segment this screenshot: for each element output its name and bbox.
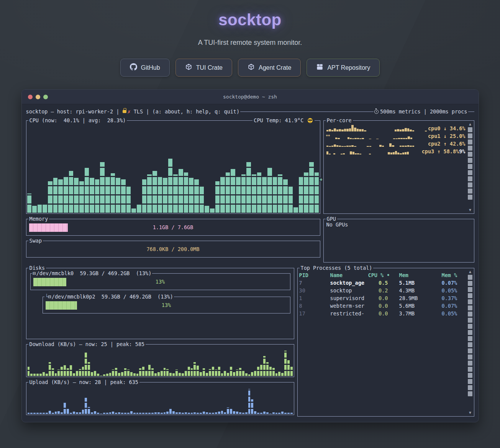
chart-bar xyxy=(200,413,202,414)
chart-bar xyxy=(148,413,151,414)
process-row-supervisord[interactable]: 1supervisord0.028.9MB0.37% xyxy=(299,295,466,303)
scrollbar-segment[interactable] xyxy=(468,354,472,359)
minimize-window-icon[interactable] xyxy=(36,95,40,99)
scroll-up-icon[interactable]: ▲ xyxy=(469,122,471,126)
scrollbar-segment[interactable] xyxy=(468,287,472,292)
chart-bar xyxy=(188,367,190,376)
scrollbar-segment[interactable] xyxy=(468,158,472,163)
scroll-down-icon[interactable]: ▼ xyxy=(469,411,471,415)
chart-bar xyxy=(339,129,341,131)
github-button[interactable]: GitHub xyxy=(120,59,170,77)
close-window-icon[interactable] xyxy=(28,95,33,99)
chart-bar xyxy=(254,411,256,414)
chart-bar xyxy=(94,370,96,376)
apt-repository-button[interactable]: APT Repository xyxy=(307,59,380,77)
chart-bar xyxy=(175,369,178,376)
col-header-cpu[interactable]: CPU % • xyxy=(368,272,398,280)
percore-label-cpu1: cpu1 ↓ 25.0% xyxy=(428,133,466,139)
processes-scrollbar[interactable]: ▲ ▼ xyxy=(468,270,473,415)
percore-scrollbar[interactable]: ▲ ▼ xyxy=(468,122,473,212)
col-header-mem-pct[interactable]: Mem % xyxy=(442,272,466,280)
window-controls xyxy=(28,95,48,99)
chart-bar xyxy=(203,412,205,414)
scrollbar-segment[interactable] xyxy=(468,281,472,286)
chart-bar xyxy=(121,413,123,414)
scrollbar-segment[interactable] xyxy=(468,139,472,144)
chart-bar xyxy=(379,145,382,147)
scrollbar-segment[interactable] xyxy=(468,189,472,194)
disks-panel: Disks ⊟/dev/mmcblk0 59.3GB / 469.2GB (13… xyxy=(26,268,294,339)
scrollbar-segment[interactable] xyxy=(468,385,472,390)
chart-bar xyxy=(299,176,303,213)
chart-bar xyxy=(334,144,336,147)
process-row-restricted-[interactable]: 17restricted-0.03.7MB0.05% xyxy=(299,310,466,318)
scrollbar-segment[interactable] xyxy=(468,299,472,304)
chart-bar xyxy=(357,138,359,139)
disk-mmcblk0-title: ⊟/dev/mmcblk0 59.3GB / 469.2GB (13%) xyxy=(32,270,152,276)
col-header-pid[interactable]: PID xyxy=(299,272,329,280)
scrollbar-segment[interactable] xyxy=(468,293,472,298)
scrollbar-segment[interactable] xyxy=(468,312,472,317)
disk-mmcblk0-percent-label: 13% xyxy=(33,279,287,285)
chart-bar xyxy=(348,137,349,139)
agent-crate-button[interactable]: Agent Crate xyxy=(238,59,301,77)
chart-bar xyxy=(55,373,57,376)
process-row-socktop_age[interactable]: 7socktop_age0.55.1MB0.07% xyxy=(299,280,466,287)
swap-gauge: 768.0KB / 200.0MB xyxy=(29,245,317,254)
scrollbar-segment[interactable] xyxy=(468,361,472,366)
chart-bar xyxy=(231,169,235,213)
chart-bar xyxy=(157,372,160,376)
col-header-name[interactable]: Name xyxy=(330,272,367,280)
scrollbar-segment[interactable] xyxy=(468,348,472,353)
col-header-mem[interactable]: Mem xyxy=(399,272,441,280)
chart-bar xyxy=(350,138,352,139)
chart-bar xyxy=(48,181,52,213)
maximize-window-icon[interactable] xyxy=(43,95,48,99)
chart-bar xyxy=(245,412,248,414)
scroll-up-icon[interactable]: ▲ xyxy=(469,270,471,274)
scrollbar-segment[interactable] xyxy=(468,324,472,329)
scroll-down-icon[interactable]: ▼ xyxy=(469,208,471,212)
chart-bar xyxy=(188,413,190,414)
chart-bar xyxy=(85,167,89,213)
process-cell-mem: 5.6MB xyxy=(399,303,441,310)
process-cell-name: supervisord xyxy=(330,295,367,303)
percore-row-cpu0: cpu0 ↓ 34.6% xyxy=(326,124,466,131)
scrollbar-segment[interactable] xyxy=(468,133,472,138)
scrollbar-segment[interactable] xyxy=(468,318,472,323)
terminal-titlebar[interactable]: socktop@demo ~ zsh xyxy=(22,90,479,104)
scrollbar-segment[interactable] xyxy=(468,176,472,181)
chart-bar xyxy=(179,169,183,213)
chart-bar xyxy=(215,369,217,376)
scrollbar-segment[interactable] xyxy=(468,195,472,200)
apt-repository-button-label: APT Repository xyxy=(327,64,370,71)
scrollbar-segment[interactable] xyxy=(468,305,472,310)
process-row-webterm-ser[interactable]: 8webterm-ser0.05.6MB0.07% xyxy=(299,303,466,310)
scrollbar-segment[interactable] xyxy=(468,127,472,132)
scrollbar-segment[interactable] xyxy=(468,146,472,151)
scrollbar-segment[interactable] xyxy=(468,182,472,187)
tui-crate-button[interactable]: TUI Crate xyxy=(175,59,232,77)
chart-bar xyxy=(88,407,90,414)
chart-bar xyxy=(76,412,78,414)
process-row-socktop[interactable]: 30socktop0.24.3MB0.05% xyxy=(299,287,466,295)
scrollbar-segment[interactable] xyxy=(468,373,472,378)
scrollbar-segment[interactable] xyxy=(468,164,472,169)
scrollbar-segment[interactable] xyxy=(468,379,472,384)
chart-bar xyxy=(179,373,181,376)
chart-bar xyxy=(57,411,60,414)
scrollbar-segment[interactable] xyxy=(468,391,472,396)
scrollbar-segment[interactable] xyxy=(468,275,472,280)
scrollbar-segment[interactable] xyxy=(468,330,472,335)
scrollbar-segment[interactable] xyxy=(468,367,472,372)
scrollbar-segment[interactable] xyxy=(468,342,472,347)
memory-gauge: 1.1GB / 7.6GB xyxy=(29,223,317,232)
process-cell-name: socktop_age xyxy=(330,280,367,287)
scrollbar-segment[interactable] xyxy=(468,152,472,157)
scrollbar-segment[interactable] xyxy=(468,170,472,175)
chart-bar xyxy=(281,373,284,376)
percore-sparkline-cpu3 xyxy=(326,147,421,154)
scrollbar-segment[interactable] xyxy=(468,336,472,341)
chart-bar xyxy=(400,146,402,147)
chart-bar xyxy=(352,138,354,139)
